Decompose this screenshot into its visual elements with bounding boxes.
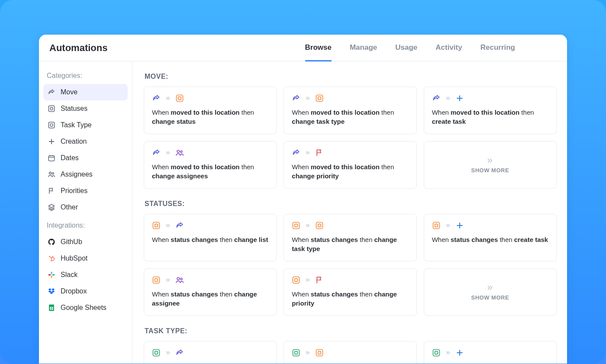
sidebar-item-label: Other: [61, 203, 78, 211]
sidebar-integration-hubspot[interactable]: HubSpot: [43, 250, 128, 267]
sidebar-item-label: Task Type: [61, 121, 92, 129]
sidebar-integration-dropbox[interactable]: Dropbox: [43, 283, 128, 300]
main-content: MOVE: When moved to this location then c…: [132, 61, 567, 364]
card-grid: When moved to this location then change …: [144, 87, 557, 189]
chevrons-icon: [486, 284, 494, 292]
sidebar-item-label: Creation: [61, 138, 87, 145]
calendar-icon: [48, 154, 55, 162]
sidebar-integration-slack[interactable]: Slack: [43, 267, 128, 283]
slack-icon: [48, 271, 55, 279]
chevrons-icon: [305, 150, 311, 156]
sidebar-item-label: Dates: [61, 154, 79, 162]
plus-blue-icon: [455, 221, 464, 230]
card-icons: [432, 221, 548, 230]
automation-card[interactable]: When task type changes then change: [284, 341, 416, 364]
automation-card[interactable]: When status changes then change priority: [284, 268, 416, 316]
status-square-orange-icon: [292, 221, 300, 230]
tab-recurring[interactable]: Recurring: [480, 35, 515, 61]
sidebar-item-label: Statuses: [61, 105, 87, 113]
sidebar-item-other[interactable]: Other: [43, 199, 128, 216]
sidebar: Categories: Move Statuses Task Type Crea…: [39, 61, 132, 364]
share-arrow-icon: [48, 88, 55, 96]
chevrons-icon: [165, 95, 171, 101]
sidebar-item-dates[interactable]: Dates: [43, 150, 128, 166]
card-description: When moved to this location then change …: [152, 108, 268, 126]
automation-card[interactable]: When status changes then change task typ…: [284, 214, 416, 261]
automation-card[interactable]: When task type changes then create task: [424, 341, 557, 364]
automation-card[interactable]: When moved to this location then change …: [284, 141, 416, 189]
show-more-label: SHOW MORE: [471, 294, 509, 301]
svg-rect-14: [48, 274, 51, 276]
topbar: Automations BrowseManageUsageActivityRec…: [39, 35, 567, 61]
dropbox-icon: [48, 287, 55, 295]
status-square-orange-icon: [152, 221, 161, 230]
chevrons-icon: [486, 157, 494, 164]
card-icons: [432, 348, 548, 357]
status-square-orange-icon: [175, 94, 184, 103]
sidebar-item-label: Dropbox: [61, 287, 87, 295]
sidebar-integration-github[interactable]: GithUb: [43, 234, 128, 250]
tab-usage[interactable]: Usage: [395, 35, 417, 61]
chevrons-icon: [165, 150, 171, 156]
share-arrow-purple-icon: [175, 348, 184, 357]
plus-blue-icon: [455, 94, 464, 103]
sidebar-heading-integrations: Integrations:: [43, 219, 128, 234]
tabs: BrowseManageUsageActivityRecurring: [305, 35, 515, 61]
automation-card[interactable]: When status changes then change list: [144, 214, 277, 261]
sidebar-integration-google-sheets[interactable]: Google Sheets: [43, 300, 128, 316]
tab-browse[interactable]: Browse: [305, 35, 332, 61]
flag-red-icon: [315, 148, 324, 157]
status-square-orange-icon: [315, 94, 324, 103]
chevrons-icon: [165, 350, 171, 356]
show-more-button[interactable]: SHOW MORE: [424, 268, 557, 316]
sidebar-item-label: HubSpot: [61, 254, 87, 262]
card-description: When moved to this location then change …: [292, 162, 408, 180]
card-icons: [292, 221, 408, 230]
chevrons-icon: [445, 95, 451, 101]
sidebar-item-label: Slack: [61, 271, 77, 279]
sidebar-item-move[interactable]: Move: [43, 84, 128, 100]
chevrons-icon: [165, 277, 171, 283]
automation-card[interactable]: When moved to this location then change …: [144, 87, 277, 134]
sidebar-item-statuses[interactable]: Statuses: [43, 100, 128, 117]
section-title: MOVE:: [145, 73, 557, 81]
status-square-green-icon: [152, 348, 161, 357]
flag-red-icon: [315, 276, 324, 284]
section-title: TASK TYPE:: [145, 327, 557, 335]
card-description: When moved to this location then change …: [152, 162, 268, 180]
status-square-orange-icon: [432, 221, 441, 230]
chevrons-icon: [165, 222, 171, 229]
automation-card[interactable]: When moved to this location then change …: [284, 87, 416, 134]
sidebar-item-priorities[interactable]: Priorities: [43, 183, 128, 199]
card-icons: [292, 148, 408, 157]
card-icons: [152, 221, 268, 230]
card-description: When task type changes then change list: [152, 362, 268, 364]
automation-card[interactable]: When status changes then create task: [424, 214, 557, 261]
body: Categories: Move Statuses Task Type Crea…: [39, 61, 567, 364]
sidebar-item-task-type[interactable]: Task Type: [43, 117, 128, 133]
chevrons-icon: [305, 95, 311, 101]
card-description: When status changes then change list: [152, 235, 268, 244]
tab-manage[interactable]: Manage: [350, 35, 377, 61]
sidebar-item-creation[interactable]: Creation: [43, 133, 128, 150]
show-more-button[interactable]: SHOW MORE: [424, 141, 557, 189]
status-square-orange-icon: [315, 221, 324, 230]
automation-card[interactable]: When status changes then change assignee: [144, 268, 277, 316]
plus-blue-icon: [455, 348, 464, 357]
share-arrow-purple-icon: [292, 94, 300, 103]
card-icons: [152, 348, 268, 357]
card-icons: [152, 148, 268, 157]
status-square-green-icon: [292, 348, 300, 357]
sidebar-item-assignees[interactable]: Assignees: [43, 166, 128, 183]
automation-card[interactable]: When moved to this location then create …: [424, 87, 557, 134]
people-purple-icon: [175, 148, 184, 157]
automation-card[interactable]: When task type changes then change list: [144, 341, 277, 364]
sidebar-heading-categories: Categories:: [43, 69, 128, 84]
automation-card[interactable]: When moved to this location then change …: [144, 141, 277, 189]
card-description: When task type changes then create task: [432, 362, 548, 364]
tab-activity[interactable]: Activity: [435, 35, 462, 61]
share-arrow-purple-icon: [432, 94, 441, 103]
share-arrow-purple-icon: [152, 94, 161, 103]
people-purple-icon: [175, 276, 184, 284]
sidebar-item-label: Priorities: [61, 187, 87, 195]
